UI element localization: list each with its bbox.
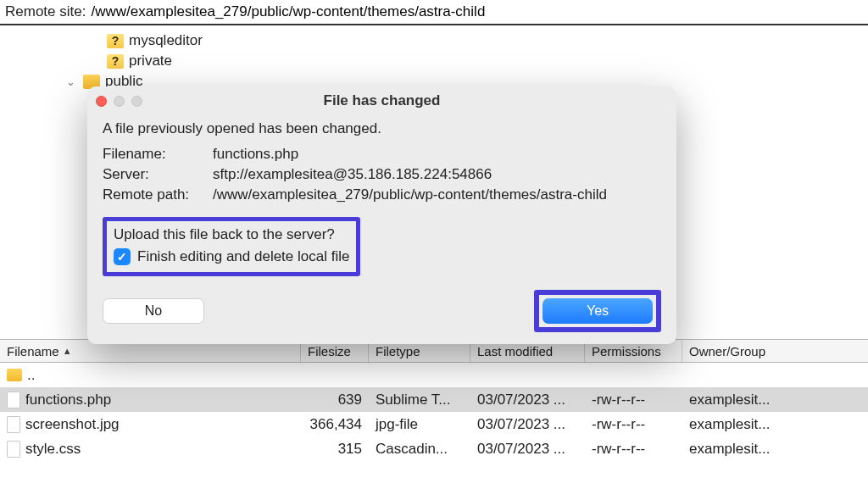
tree-item-label: private [129, 53, 172, 69]
file-type: Sublime T... [369, 392, 470, 408]
remote-path-input[interactable] [91, 3, 863, 20]
file-changed-dialog: File has changed A file previously opene… [87, 86, 676, 344]
no-button-label: No [145, 303, 162, 319]
chevron-down-icon[interactable]: ⌄ [66, 75, 78, 88]
file-name: style.css [25, 441, 81, 458]
parent-dir-row[interactable]: .. [0, 363, 868, 387]
file-size: 639 [301, 392, 369, 408]
value-filename: functions.php [213, 146, 298, 163]
file-modified: 03/07/2023 ... [470, 392, 585, 408]
upload-section-highlight: Upload this file back to the server? ✓ F… [103, 217, 360, 276]
label-server: Server: [103, 166, 213, 183]
file-row[interactable]: style.css 315 Cascadin... 03/07/2023 ...… [0, 436, 868, 461]
file-icon [7, 441, 20, 458]
column-label: Owner/Group [689, 344, 765, 358]
file-row[interactable]: screenshot.jpg 366,434 jpg-file 03/07/20… [0, 412, 868, 436]
column-owner[interactable]: Owner/Group [682, 340, 801, 362]
folder-question-icon: ? [107, 34, 124, 48]
tree-item-mysqleditor[interactable]: ? mysqleditor [90, 31, 868, 51]
label-remote-path: Remote path: [103, 186, 213, 203]
file-list[interactable]: .. functions.php 639 Sublime T... 03/07/… [0, 363, 868, 461]
file-owner: examplesit... [682, 416, 801, 433]
file-type: Cascadin... [369, 441, 470, 458]
dialog-title: File has changed [87, 92, 676, 109]
file-permissions: -rw-r--r-- [585, 416, 682, 433]
file-modified: 03/07/2023 ... [470, 441, 585, 458]
value-server: sftp://examplesitea@35.186.185.224:54866 [213, 166, 492, 183]
file-permissions: -rw-r--r-- [585, 392, 682, 408]
file-name: functions.php [25, 392, 111, 408]
yes-button-label: Yes [587, 303, 609, 319]
folder-icon [7, 369, 22, 381]
column-label: Filetype [376, 344, 420, 358]
file-owner: examplesit... [682, 441, 801, 458]
file-icon [7, 392, 20, 408]
file-size: 366,434 [301, 416, 369, 433]
remote-site-bar: Remote site: [0, 0, 868, 25]
dialog-message: A file previously opened has been change… [103, 120, 661, 137]
folder-question-icon: ? [107, 54, 124, 69]
column-label: Last modified [477, 344, 553, 358]
finish-editing-checkbox[interactable]: ✓ [114, 248, 131, 265]
tree-item-private[interactable]: ? private [90, 51, 868, 71]
file-name: .. [27, 367, 35, 384]
file-icon [7, 416, 20, 433]
file-size: 315 [301, 441, 369, 458]
file-row[interactable]: functions.php 639 Sublime T... 03/07/202… [0, 387, 868, 412]
value-remote-path: /www/examplesitea_279/public/wp-content/… [213, 186, 607, 203]
file-owner: examplesit... [682, 392, 801, 408]
remote-site-label: Remote site: [5, 3, 86, 20]
column-label: Permissions [592, 344, 661, 358]
column-label: Filesize [308, 344, 351, 358]
yes-button[interactable]: Yes [542, 298, 653, 324]
sort-asc-icon: ▲ [63, 346, 72, 356]
file-type: jpg-file [369, 416, 470, 433]
label-filename: Filename: [103, 146, 213, 163]
no-button[interactable]: No [103, 298, 204, 324]
file-permissions: -rw-r--r-- [585, 441, 682, 458]
file-name: screenshot.jpg [25, 416, 120, 433]
finish-editing-label: Finish editing and delete local file [137, 248, 349, 265]
column-label: Filename [7, 344, 59, 358]
yes-button-highlight: Yes [534, 290, 661, 332]
tree-item-label: mysqleditor [129, 32, 203, 49]
dialog-titlebar: File has changed [87, 86, 676, 115]
file-modified: 03/07/2023 ... [470, 416, 585, 433]
upload-question: Upload this file back to the server? [114, 226, 349, 243]
